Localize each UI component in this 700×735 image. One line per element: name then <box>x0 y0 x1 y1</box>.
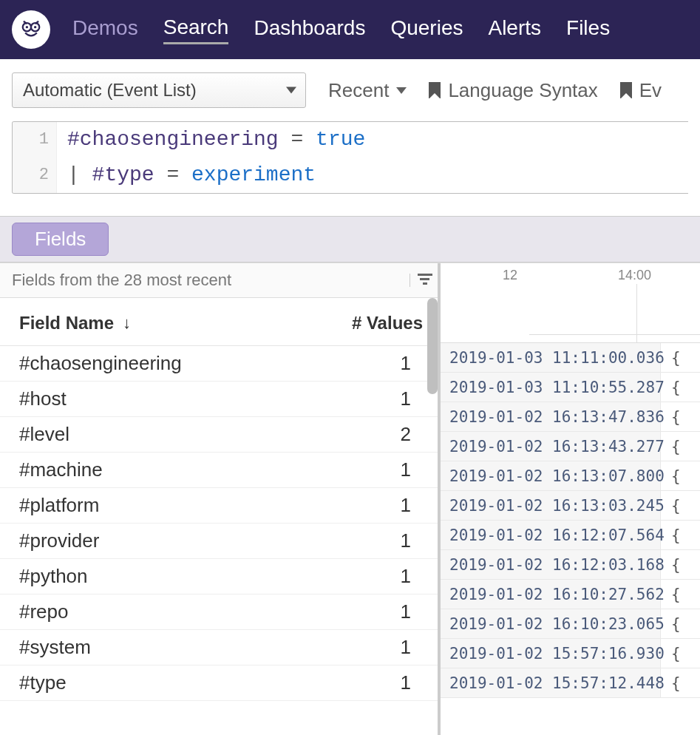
event-timestamp: 2019-01-02 16:12:07.564 <box>441 521 661 549</box>
code-content[interactable]: | #type = experiment <box>57 158 316 193</box>
event-timestamp: 2019-01-02 16:13:43.277 <box>441 432 661 461</box>
nav-links: Demos Search Dashboards Queries Alerts F… <box>72 16 610 44</box>
fields-summary-text: Fields from the 28 most recent <box>12 271 231 290</box>
field-value-count: 1 <box>334 565 423 588</box>
field-value-count: 1 <box>334 352 423 375</box>
field-name: #chaosengineering <box>19 352 334 375</box>
col-num-values[interactable]: # Values <box>334 313 423 333</box>
event-row[interactable]: 2019-01-02 15:57:12.448{ <box>441 668 700 698</box>
nav-demos[interactable]: Demos <box>72 16 138 43</box>
field-row[interactable]: #platform1 <box>0 488 438 524</box>
event-timestamp: 2019-01-02 16:13:03.245 <box>441 491 661 520</box>
fields-table-header: Field Name ↓ # Values <box>0 298 438 346</box>
field-row[interactable]: #system1 <box>0 630 438 665</box>
event-timestamp: 2019-01-02 16:12:03.168 <box>441 550 661 579</box>
view-mode-select[interactable]: Automatic (Event List) <box>12 72 306 108</box>
arrow-down-icon: ↓ <box>123 314 131 333</box>
event-timestamp: 2019-01-02 15:57:16.930 <box>441 639 661 668</box>
timeline[interactable]: 12 14:00 <box>441 263 700 343</box>
field-row[interactable]: #repo1 <box>0 595 438 630</box>
events-link[interactable]: Ev <box>620 79 662 102</box>
event-row[interactable]: 2019-01-02 16:10:27.562{ <box>441 580 700 609</box>
event-body: { <box>661 461 681 490</box>
view-mode-label: Automatic (Event List) <box>23 80 197 101</box>
nav-dashboards[interactable]: Dashboards <box>254 16 365 43</box>
line-number: 1 <box>13 122 57 158</box>
event-timestamp: 2019-01-03 11:11:00.036 <box>441 343 661 372</box>
field-row[interactable]: #chaosengineering1 <box>0 346 438 382</box>
svg-point-2 <box>26 26 28 28</box>
field-name: #provider <box>19 529 334 552</box>
event-row[interactable]: 2019-01-02 16:13:43.277{ <box>441 432 700 461</box>
event-body: { <box>661 521 681 549</box>
field-value-count: 1 <box>334 387 423 410</box>
event-body: { <box>661 639 681 668</box>
field-row[interactable]: #provider1 <box>0 524 438 559</box>
event-body: { <box>661 668 681 697</box>
event-row[interactable]: 2019-01-02 16:12:07.564{ <box>441 521 700 550</box>
event-row[interactable]: 2019-01-02 16:13:47.836{ <box>441 402 700 432</box>
field-value-count: 1 <box>334 458 423 481</box>
bookmark-icon <box>620 82 632 98</box>
event-timestamp: 2019-01-02 16:10:23.065 <box>441 609 661 638</box>
field-name: #repo <box>19 600 334 623</box>
nav-alerts[interactable]: Alerts <box>488 16 541 43</box>
tabs-bar: Fields <box>0 216 700 262</box>
field-name: #host <box>19 387 334 410</box>
event-timestamp: 2019-01-02 16:10:27.562 <box>441 580 661 609</box>
field-name: #platform <box>19 494 334 517</box>
fields-panel: Fields from the 28 most recent Field Nam… <box>0 263 441 735</box>
field-row[interactable]: #python1 <box>0 559 438 595</box>
event-body: { <box>661 373 681 402</box>
chevron-down-icon <box>286 87 296 94</box>
event-row[interactable]: 2019-01-03 11:11:00.036{ <box>441 343 700 373</box>
field-name: #python <box>19 565 334 588</box>
fields-table: Field Name ↓ # Values #chaosengineering1… <box>0 298 438 735</box>
code-content[interactable]: #chaosengineering = true <box>57 122 365 158</box>
nav-files[interactable]: Files <box>566 16 610 43</box>
top-nav: Demos Search Dashboards Queries Alerts F… <box>0 0 700 59</box>
event-body: { <box>661 550 681 579</box>
chevron-down-icon <box>396 87 407 94</box>
event-row[interactable]: 2019-01-03 11:10:55.287{ <box>441 373 700 402</box>
field-value-count: 2 <box>334 423 423 446</box>
recent-dropdown[interactable]: Recent <box>328 79 407 102</box>
line-number: 2 <box>13 158 57 193</box>
main-split: Fields from the 28 most recent Field Nam… <box>0 262 700 735</box>
filter-icon[interactable] <box>410 274 426 287</box>
event-row[interactable]: 2019-01-02 16:13:07.800{ <box>441 461 700 491</box>
col-field-name[interactable]: Field Name <box>19 313 114 333</box>
bookmark-icon <box>429 82 441 98</box>
language-syntax-link[interactable]: Language Syntax <box>429 79 597 102</box>
event-row[interactable]: 2019-01-02 15:57:16.930{ <box>441 639 700 668</box>
toolbar: Automatic (Event List) Recent Language S… <box>0 59 700 108</box>
nav-search[interactable]: Search <box>163 16 229 44</box>
field-value-count: 1 <box>334 529 423 552</box>
field-row[interactable]: #type1 <box>0 665 438 701</box>
event-timestamp: 2019-01-02 16:13:07.800 <box>441 461 661 490</box>
field-value-count: 1 <box>334 671 423 694</box>
timeline-tick: 14:00 <box>618 268 651 283</box>
nav-queries[interactable]: Queries <box>390 16 463 43</box>
query-editor[interactable]: 1#chaosengineering = true2| #type = expe… <box>12 121 688 194</box>
field-row[interactable]: #machine1 <box>0 453 438 488</box>
owl-logo[interactable] <box>12 10 50 49</box>
field-name: #machine <box>19 458 334 481</box>
event-timestamp: 2019-01-03 11:10:55.287 <box>441 373 661 402</box>
event-body: { <box>661 402 681 431</box>
event-row[interactable]: 2019-01-02 16:13:03.245{ <box>441 491 700 521</box>
tab-fields[interactable]: Fields <box>12 223 109 256</box>
timeline-gridline <box>636 284 637 342</box>
scrollbar[interactable] <box>427 298 438 394</box>
editor-line: 2| #type = experiment <box>13 158 688 193</box>
event-row[interactable]: 2019-01-02 16:12:03.168{ <box>441 550 700 580</box>
event-body: { <box>661 609 681 638</box>
field-row[interactable]: #level2 <box>0 417 438 453</box>
timeline-tick: 12 <box>503 268 517 283</box>
event-body: { <box>661 343 681 372</box>
field-name: #type <box>19 671 334 694</box>
svg-point-3 <box>34 26 36 28</box>
field-row[interactable]: #host1 <box>0 382 438 417</box>
event-row[interactable]: 2019-01-02 16:10:23.065{ <box>441 609 700 639</box>
results-panel: 12 14:00 2019-01-03 11:11:00.036{2019-01… <box>441 263 700 735</box>
